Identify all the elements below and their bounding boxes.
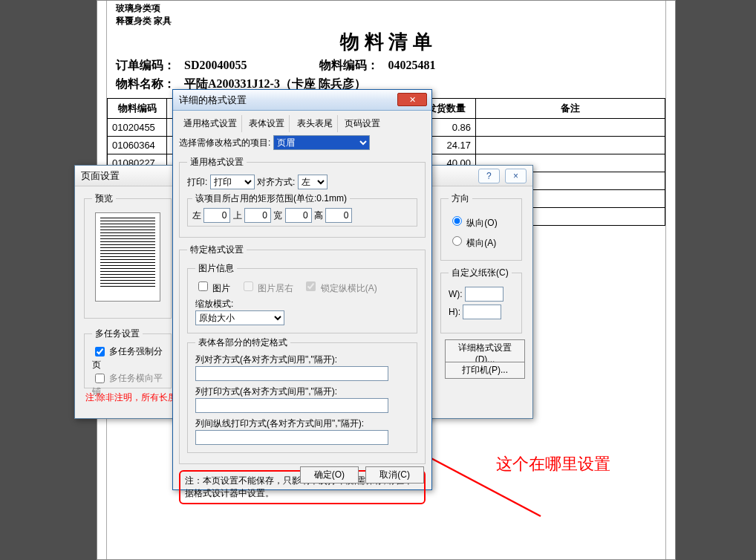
- radio-landscape[interactable]: [452, 236, 462, 246]
- chk-lock: [306, 281, 316, 291]
- scale-dropdown[interactable]: 原始大小: [195, 310, 284, 325]
- radio-portrait-label: 纵向(O): [466, 218, 497, 228]
- tablepart-legend: 表体各部分的特定格式: [195, 336, 290, 349]
- rect-w-input[interactable]: [285, 208, 312, 223]
- matname-value: 平陆A200331J12-3（卡座 陈兵彦）: [184, 77, 366, 90]
- custom-paper-fieldset: 自定义纸张(C) W): H):: [440, 267, 522, 333]
- chk-pic-label: 图片: [212, 283, 230, 293]
- rect-legend: 该项目所占用的矩形范围(单位:0.1mm): [192, 192, 350, 205]
- chk-picpos: [244, 281, 253, 291]
- preview-legend: 预览: [92, 192, 116, 205]
- select-item-dropdown[interactable]: 页眉: [273, 135, 370, 150]
- specific-fieldset: 特定格式设置 图片信息 图片 图片居右 锁定纵横比(A) 缩放模式: 原始大小 …: [179, 244, 426, 464]
- rect-fieldset: 该项目所占用的矩形范围(单位:0.1mm) 左 上 宽 高: [187, 192, 417, 227]
- tab-general[interactable]: 通用格式设置: [179, 115, 242, 132]
- align-label: 对齐方式:: [257, 177, 295, 187]
- rect-w-label: 宽: [273, 210, 282, 221]
- select-item-label: 选择需修改格式的项目:: [179, 137, 270, 148]
- order-value: SD20040055: [184, 59, 247, 71]
- picinfo-legend: 图片信息: [195, 262, 237, 275]
- cancel-button[interactable]: 取消(C): [365, 466, 424, 484]
- order-label: 订单编码：: [116, 58, 181, 74]
- help-button[interactable]: ?: [478, 169, 500, 183]
- orientation-fieldset: 方向 纵向(O) 横向(A): [440, 192, 522, 261]
- detail-format-title: 详细的格式设置: [179, 94, 247, 105]
- row-align-input[interactable]: [195, 366, 388, 381]
- chk-tile[interactable]: [95, 374, 105, 383]
- preview-thumb: [95, 212, 160, 302]
- paper-h-input[interactable]: [463, 305, 501, 319]
- orientation-legend: 方向: [449, 192, 472, 205]
- chk-force-page[interactable]: [95, 347, 105, 356]
- align-dropdown[interactable]: 左: [298, 175, 328, 189]
- matno-value: 04025481: [388, 59, 435, 71]
- select-item-row: 选择需修改格式的项目: 页眉: [179, 135, 426, 150]
- radio-landscape-label: 横向(A): [466, 238, 496, 248]
- detail-format-dialog: 详细的格式设置 ✕ 通用格式设置 表体设置 表头表尾 页码设置 选择需修改格式的…: [172, 89, 432, 490]
- doc-header-1: 订单编码： SD20040055 物料编码： 04025481: [116, 58, 656, 74]
- chk-pic[interactable]: [198, 281, 208, 291]
- doc-title: 物 料 清 单: [107, 29, 665, 55]
- row-print-label: 列打印方式(各对齐方式间用","隔开):: [195, 385, 409, 398]
- cell-code: 01060364: [108, 137, 167, 154]
- ok-button[interactable]: 确定(O): [300, 466, 359, 484]
- paper-w-input[interactable]: [465, 287, 504, 302]
- cell-code: 01020455: [108, 119, 167, 137]
- rect-t-label: 上: [233, 210, 242, 221]
- rect-l-input[interactable]: [203, 208, 230, 223]
- print-dropdown[interactable]: 打印: [210, 175, 255, 189]
- tabs: 通用格式设置 表体设置 表头表尾 页码设置: [173, 111, 431, 132]
- page-setup-note: 注:除非注明，所有长度: [85, 391, 177, 404]
- tablepart-fieldset: 表体各部分的特定格式 列对齐方式(各对齐方式间用","隔开): 列打印方式(各对…: [187, 336, 417, 453]
- rect-l-label: 左: [192, 210, 201, 221]
- radio-portrait[interactable]: [452, 216, 462, 226]
- row-vline-label: 列间纵线打印方式(各对齐方式间用","隔开):: [195, 417, 409, 430]
- tab-headfoot[interactable]: 表头表尾: [293, 115, 338, 132]
- w-label: W):: [449, 289, 463, 299]
- preview-fieldset: 预览: [84, 192, 172, 319]
- tab-pageno[interactable]: 页码设置: [340, 115, 385, 132]
- doc-corner: 玻璃身类项 释覆身类 家具: [116, 2, 656, 27]
- col-remark: 备注: [476, 99, 665, 119]
- general-fieldset: 通用格式设置 打印: 打印 对齐方式: 左 该项目所占用的矩形范围(单位:0.1…: [179, 156, 426, 238]
- multitask-fieldset: 多任务设置 多任务强制分页 多任务横向平铺: [84, 328, 172, 388]
- dialog-footer: 确定(O) 取消(C): [296, 466, 424, 484]
- scale-label: 缩放模式:: [195, 299, 233, 309]
- chk-lock-label: 锁定纵横比(A): [321, 283, 377, 293]
- chk-picpos-label: 图片居右: [258, 283, 293, 293]
- print-label: 打印:: [187, 177, 207, 187]
- detail-format-titlebar: 详细的格式设置 ✕: [173, 90, 431, 111]
- printer-button[interactable]: 打印机(P)...: [445, 362, 525, 379]
- rect-h-label: 高: [314, 210, 323, 221]
- tab-body[interactable]: 表体设置: [244, 115, 290, 132]
- matname-label: 物料名称：: [116, 76, 181, 92]
- matno-label: 物料编码：: [319, 58, 385, 74]
- picinfo-fieldset: 图片信息 图片 图片居右 锁定纵横比(A) 缩放模式: 原始大小: [187, 262, 417, 333]
- h-label: H):: [449, 307, 460, 317]
- col-code: 物料编码: [108, 99, 167, 119]
- page-setup-buttons: ? ×: [475, 169, 527, 183]
- rect-h-input[interactable]: [325, 208, 352, 223]
- close-button[interactable]: ×: [505, 169, 527, 183]
- general-legend: 通用格式设置: [187, 156, 247, 169]
- row-vline-input[interactable]: [195, 430, 388, 445]
- annotation-text: 这个在哪里设置: [496, 453, 610, 475]
- close-icon[interactable]: ✕: [397, 93, 427, 106]
- custom-legend: 自定义纸张(C): [449, 267, 512, 279]
- row-align-label: 列对齐方式(各对齐方式间用","隔开):: [195, 354, 409, 366]
- specific-legend: 特定格式设置: [187, 244, 247, 256]
- row-print-input[interactable]: [195, 398, 388, 413]
- multitask-legend: 多任务设置: [92, 328, 143, 340]
- rect-t-input[interactable]: [244, 208, 271, 223]
